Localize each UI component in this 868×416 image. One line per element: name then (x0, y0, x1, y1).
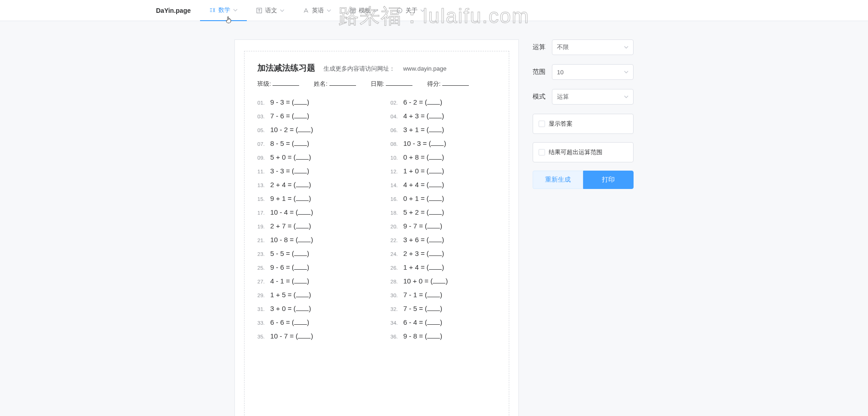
paper-container: 加法减法练习题 生成更多内容请访问网址： www.dayin.page 班级: … (234, 39, 519, 416)
problem-row: 35.10 - 7 = () (257, 332, 363, 340)
show-answers-card[interactable]: 显示答案 (533, 114, 634, 134)
problem-row: 12.1 + 0 = () (390, 167, 496, 175)
nav-item-english[interactable]: 英语 (294, 0, 340, 21)
worksheet-paper: 加法减法练习题 生成更多内容请访问网址： www.dayin.page 班级: … (244, 51, 509, 416)
problem-index: 07. (257, 141, 266, 147)
problem-expression: 2 + 7 = () (270, 222, 311, 230)
nav-label: 语文 (265, 6, 277, 15)
problem-index: 13. (257, 183, 266, 188)
problem-index: 23. (257, 251, 266, 257)
svg-rect-1 (350, 8, 355, 9)
chevron-down-icon (624, 70, 629, 74)
nav-item-template[interactable]: 模板 (340, 0, 387, 21)
problem-index: 30. (390, 293, 399, 298)
problem-index: 09. (257, 155, 266, 161)
checkbox-icon[interactable] (539, 149, 545, 155)
problem-expression: 9 - 6 = () (270, 263, 309, 271)
problem-expression: 0 + 1 = () (403, 194, 444, 202)
nav-item-chinese[interactable]: 语文 (247, 0, 294, 21)
problem-expression: 7 - 6 = () (270, 112, 309, 120)
problem-row: 04.4 + 3 = () (390, 112, 496, 120)
range-label: 范围 (533, 68, 546, 76)
operation-select[interactable]: 不限 (552, 39, 634, 55)
problem-row: 28.10 + 0 = () (390, 277, 496, 285)
regenerate-button[interactable]: 重新生成 (533, 171, 583, 189)
problem-row: 08.10 - 3 = () (390, 139, 496, 147)
student-fields: 班级: 姓名: 日期: 得分: (257, 80, 496, 88)
checkbox-icon[interactable] (539, 121, 545, 127)
chevron-down-icon (327, 8, 331, 13)
problem-index: 04. (390, 114, 399, 119)
problem-expression: 3 + 6 = () (403, 236, 444, 244)
problem-index: 20. (390, 224, 399, 229)
problem-row: 14.4 + 4 = () (390, 181, 496, 189)
nav: 数学语文英语模板关于 (200, 0, 434, 21)
problem-expression: 4 - 1 = () (270, 277, 309, 285)
problem-index: 24. (390, 251, 399, 257)
problem-expression: 1 + 0 = () (403, 167, 444, 175)
problem-index: 10. (390, 155, 399, 161)
chevron-down-icon (373, 8, 378, 13)
logo[interactable]: DaYin.page (156, 7, 191, 14)
problem-index: 35. (257, 334, 266, 339)
problem-expression: 4 + 3 = () (403, 112, 444, 120)
problem-index: 22. (390, 238, 399, 243)
cursor-pointer-icon (225, 16, 233, 24)
mode-label: 模式 (533, 93, 546, 101)
problem-row: 02.6 - 2 = () (390, 98, 496, 106)
problem-row: 10.0 + 8 = () (390, 153, 496, 161)
range-select[interactable]: 10 (552, 64, 634, 80)
nav-item-about[interactable]: 关于 (387, 0, 434, 21)
mode-select[interactable]: 运算 (552, 89, 634, 105)
print-button[interactable]: 打印 (583, 171, 634, 189)
problem-index: 08. (390, 141, 399, 147)
chinese-icon (256, 7, 262, 14)
chevron-down-icon (233, 8, 238, 12)
problem-expression: 10 - 4 = () (270, 208, 313, 216)
overflow-range-card[interactable]: 结果可超出运算范围 (533, 142, 634, 162)
problem-index: 18. (390, 210, 399, 216)
problem-expression: 6 - 4 = () (403, 318, 442, 326)
problem-index: 29. (257, 293, 266, 298)
problem-row: 21.10 - 8 = () (257, 236, 363, 244)
problem-row: 31.3 + 0 = () (257, 305, 363, 312)
svg-rect-2 (350, 10, 352, 13)
problem-index: 17. (257, 210, 266, 216)
problem-index: 27. (257, 279, 266, 284)
problem-expression: 5 + 2 = () (403, 208, 444, 216)
problem-row: 16.0 + 1 = () (390, 194, 496, 202)
problem-row: 15.9 + 1 = () (257, 194, 363, 202)
problem-expression: 9 + 1 = () (270, 194, 311, 202)
problem-index: 06. (390, 128, 399, 133)
nav-label: 数学 (218, 6, 230, 14)
operation-label: 运算 (533, 43, 546, 51)
problem-row: 27.4 - 1 = () (257, 277, 363, 285)
problem-row: 03.7 - 6 = () (257, 112, 363, 120)
problem-row: 11.3 - 3 = () (257, 167, 363, 175)
problem-index: 05. (257, 128, 266, 133)
problem-expression: 2 + 4 = () (270, 181, 311, 189)
problem-expression: 8 - 5 = () (270, 139, 309, 147)
problem-index: 14. (390, 183, 399, 188)
problem-expression: 1 + 5 = () (270, 291, 311, 299)
problem-row: 01.9 - 3 = () (257, 98, 363, 106)
problem-expression: 10 + 0 = () (403, 277, 448, 285)
problem-expression: 0 + 8 = () (403, 153, 444, 161)
nav-label: 关于 (406, 6, 417, 15)
worksheet-title: 加法减法练习题 (257, 62, 315, 73)
template-icon (350, 7, 356, 14)
nav-item-math[interactable]: 数学 (200, 0, 247, 21)
problem-expression: 9 - 8 = () (403, 332, 442, 340)
problem-row: 18.5 + 2 = () (390, 208, 496, 216)
chevron-down-icon (624, 94, 629, 99)
chevron-down-icon (420, 8, 425, 13)
worksheet-subtitle: 生成更多内容请访问网址： www.dayin.page (323, 65, 446, 73)
problem-index: 26. (390, 265, 399, 271)
problem-row: 32.7 - 5 = () (390, 305, 496, 312)
problem-row: 34.6 - 4 = () (390, 318, 496, 326)
problem-index: 25. (257, 265, 266, 271)
problem-row: 20.9 - 7 = () (390, 222, 496, 230)
problem-row: 29.1 + 5 = () (257, 291, 363, 299)
header: DaYin.page 数学语文英语模板关于 (0, 0, 868, 21)
sidebar: 运算 不限 范围 10 模式 运算 (533, 39, 634, 416)
